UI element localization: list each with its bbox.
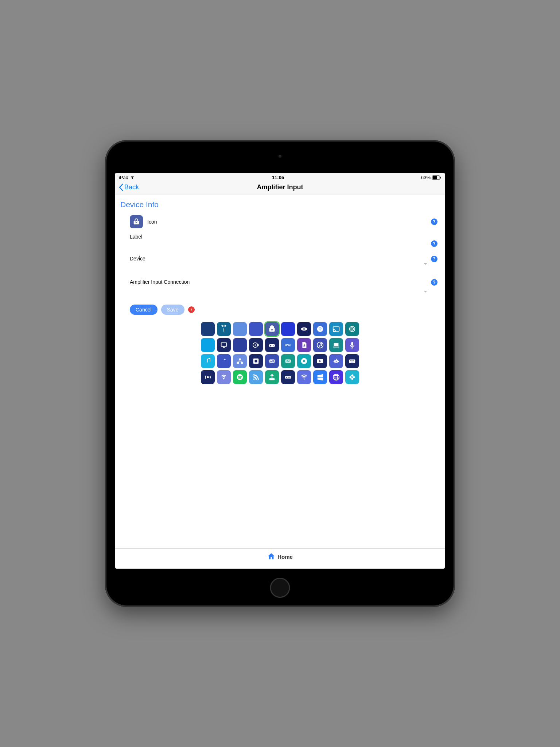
spotify-icon[interactable] <box>233 370 247 384</box>
button-row: Cancel Save i <box>115 299 445 320</box>
file-music-icon[interactable] <box>297 338 311 352</box>
save-button: Save <box>161 305 184 315</box>
row-device-label: Device <box>130 256 145 262</box>
content: Device Info Icon ? Label ? Device ? Ampl… <box>115 194 445 548</box>
camera-dot <box>279 155 281 158</box>
screen: iPad 11:05 63% Back Amplifier Input Devi… <box>115 173 445 569</box>
mic-icon[interactable] <box>345 338 359 352</box>
youtube-icon[interactable] <box>313 354 327 368</box>
bluetooth-icon[interactable] <box>281 322 295 336</box>
network-icon[interactable] <box>233 354 247 368</box>
row-label[interactable]: Label ? <box>115 231 445 253</box>
kodi-icon[interactable] <box>345 370 359 384</box>
target-icon[interactable] <box>345 322 359 336</box>
dots-icon[interactable] <box>201 338 215 352</box>
home-icon[interactable] <box>267 552 275 561</box>
cd-icon[interactable] <box>297 354 311 368</box>
disc-arrow-icon[interactable] <box>249 338 263 352</box>
svg-rect-2 <box>440 177 441 178</box>
back-label: Back <box>124 183 139 191</box>
receiver-icon[interactable] <box>281 370 295 384</box>
chevron-down-icon <box>424 291 427 293</box>
tab-home-label[interactable]: Home <box>277 554 293 560</box>
svg-rect-1 <box>433 176 437 179</box>
ipad-home-button[interactable] <box>270 578 290 598</box>
row-icon[interactable]: Icon ? <box>115 213 445 231</box>
wifi-note-icon[interactable] <box>217 370 231 384</box>
row-icon-label: Icon <box>147 219 157 225</box>
hdmi-icon[interactable] <box>281 338 295 352</box>
cast-icon[interactable] <box>329 322 343 336</box>
row-device[interactable]: Device ? <box>115 253 445 276</box>
help-icon[interactable]: ? <box>431 279 438 286</box>
row-label-label: Label <box>130 234 142 240</box>
chevron-down-icon <box>424 263 427 265</box>
help-icon[interactable]: ? <box>431 240 438 247</box>
battery-icon <box>432 175 441 180</box>
itunes-icon[interactable] <box>313 338 327 352</box>
status-time: 11:05 <box>272 175 284 180</box>
music-double-icon[interactable] <box>201 354 215 368</box>
windows-icon[interactable] <box>313 370 327 384</box>
apple-icon[interactable] <box>233 322 247 336</box>
help-icon[interactable]: ? <box>431 256 438 262</box>
nav-bar: Back Amplifier Input <box>115 181 445 194</box>
keyboard-icon[interactable] <box>345 354 359 368</box>
globe-icon[interactable] <box>329 370 343 384</box>
cable-icon[interactable] <box>313 322 327 336</box>
selected-icon-preview <box>130 215 143 228</box>
status-device-label: iPad <box>119 175 128 180</box>
antenna-icon[interactable] <box>217 322 231 336</box>
music-note-icon[interactable] <box>217 354 231 368</box>
rss-icon[interactable] <box>249 370 263 384</box>
status-battery-text: 63% <box>421 175 431 180</box>
bluray-icon[interactable] <box>297 322 311 336</box>
satellite-icon[interactable] <box>329 354 343 368</box>
laptop-icon[interactable] <box>329 338 343 352</box>
record-icon[interactable] <box>249 354 263 368</box>
section-header: Device Info <box>115 194 445 213</box>
tab-bar: Home <box>115 548 445 569</box>
row-amp-input-label: Amplifier Input Connection <box>130 279 190 285</box>
monitor-icon[interactable] <box>217 338 231 352</box>
status-bar: iPad 11:05 63% <box>115 173 445 181</box>
fm-icon[interactable] <box>281 354 295 368</box>
house-icon[interactable] <box>233 338 247 352</box>
wifi-icon[interactable] <box>297 370 311 384</box>
row-amp-input[interactable]: Amplifier Input Connection ? <box>115 276 445 299</box>
fan-icon[interactable] <box>249 322 263 336</box>
icon-picker-grid <box>115 320 445 391</box>
am-icon[interactable] <box>265 354 279 368</box>
sonos-icon[interactable] <box>201 370 215 384</box>
aux-icon[interactable] <box>265 322 279 336</box>
info-warning-icon[interactable]: i <box>188 306 195 313</box>
wifi-icon <box>130 174 135 181</box>
help-icon[interactable]: ? <box>431 218 438 225</box>
upload-icon[interactable] <box>265 370 279 384</box>
gamepad-icon[interactable] <box>265 338 279 352</box>
nav-title: Amplifier Input <box>257 183 303 191</box>
back-button[interactable]: Back <box>119 183 139 191</box>
airplay-icon[interactable] <box>201 322 215 336</box>
ipad-frame: iPad 11:05 63% Back Amplifier Input Devi… <box>105 140 455 607</box>
cancel-button[interactable]: Cancel <box>130 305 158 315</box>
